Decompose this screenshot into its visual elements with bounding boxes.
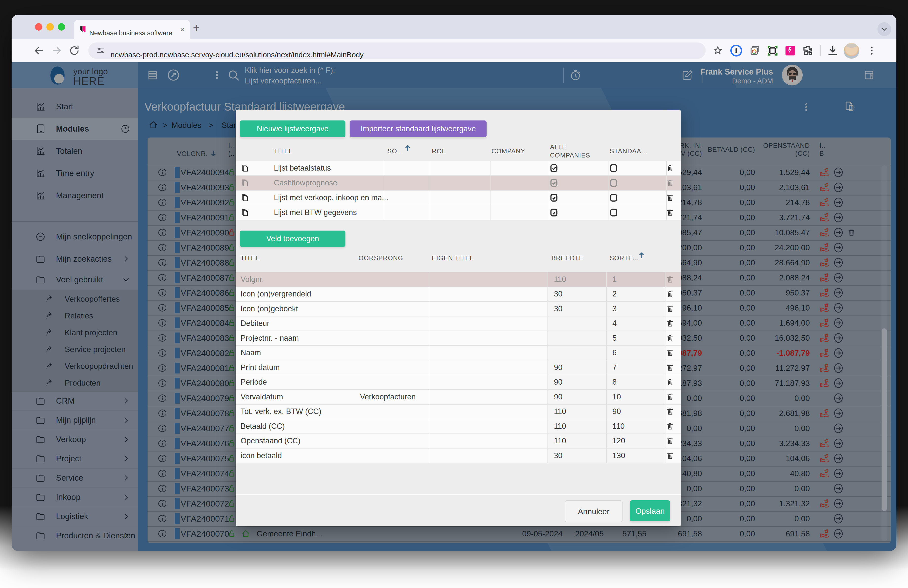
field-width: 90	[554, 393, 562, 401]
field-width: 90	[554, 363, 562, 372]
alle-companies-checkbox[interactable]	[549, 208, 559, 217]
field-row[interactable]: Volgnr.1101	[236, 272, 681, 287]
field-sort: 7	[612, 363, 617, 372]
field-title: icon betaald	[241, 451, 282, 460]
fields-col-eigen-titel[interactable]: EIGEN TITEL	[432, 254, 473, 262]
new-list-view-button[interactable]: Nieuwe lijstweergave	[240, 121, 345, 137]
standaard-checkbox[interactable]	[609, 163, 618, 173]
field-sort: 4	[612, 319, 617, 328]
field-width: 110	[554, 437, 566, 445]
delete-field-icon[interactable]	[665, 377, 675, 387]
field-width: 30	[554, 304, 562, 313]
field-row[interactable]: Projectnr. - naam5	[236, 331, 681, 346]
standaard-checkbox[interactable]	[609, 208, 618, 217]
fields-col-titel[interactable]: TITEL	[241, 254, 259, 262]
views-sort-asc-icon[interactable]	[403, 144, 412, 152]
newbase-favicon-icon	[79, 25, 87, 34]
onepassword-icon[interactable]	[729, 44, 743, 57]
views-col-titel[interactable]: TITEL	[274, 147, 293, 155]
fields-sort-asc-icon[interactable]	[638, 251, 646, 259]
minimize-window-button[interactable]	[47, 23, 54, 31]
view-row[interactable]: Cashflowprognose	[236, 176, 681, 190]
tab-search-chevron-icon[interactable]	[877, 22, 891, 36]
delete-view-icon[interactable]	[665, 163, 675, 173]
save-button[interactable]: Opslaan	[630, 500, 670, 521]
newbase-extension-icon[interactable]	[784, 44, 797, 57]
list-view-settings-modal: Nieuwe lijstweergave Importeer standaard…	[236, 110, 681, 526]
delete-field-icon[interactable]	[665, 451, 675, 461]
field-row[interactable]: Betaald (CC)110110	[236, 419, 681, 434]
field-title: Betaald (CC)	[241, 422, 285, 431]
field-row[interactable]: Openstaand (CC)110120	[236, 434, 681, 449]
delete-view-icon[interactable]	[665, 208, 675, 217]
delete-view-icon[interactable]	[665, 193, 675, 202]
close-window-button[interactable]	[35, 23, 42, 31]
views-col-so[interactable]: SO...	[387, 147, 403, 155]
delete-field-icon[interactable]	[665, 422, 675, 431]
cancel-button[interactable]: Annuleer	[565, 500, 623, 522]
zoom-window-button[interactable]	[58, 23, 65, 31]
alle-companies-checkbox[interactable]	[549, 178, 559, 188]
field-width: 110	[554, 275, 566, 284]
copy-view-icon[interactable]	[240, 207, 250, 218]
field-row[interactable]: Periode908	[236, 375, 681, 390]
add-field-button[interactable]: Veld toevoegen	[240, 230, 345, 247]
back-icon[interactable]	[33, 45, 45, 56]
delete-field-icon[interactable]	[665, 348, 675, 358]
views-col-rol[interactable]: ROL	[432, 147, 446, 155]
fields-col-oorsprong[interactable]: OORSPRONG	[359, 254, 403, 262]
alle-companies-checkbox[interactable]	[549, 163, 559, 173]
field-row[interactable]: Icon (on)vergrendeld302	[236, 287, 681, 302]
views-col-alle-companies[interactable]: ALLE COMPANIES	[550, 143, 592, 159]
copy-view-icon[interactable]	[240, 192, 250, 203]
views-col-company[interactable]: COMPANY	[491, 147, 525, 155]
view-row[interactable]: Lijst met BTW gegevens	[236, 205, 681, 220]
field-sort: 90	[612, 407, 621, 416]
delete-field-icon[interactable]	[665, 363, 675, 372]
new-tab-button[interactable]: +	[193, 21, 200, 34]
tab-title: Newbase business software	[89, 29, 172, 37]
views-col-standaard[interactable]: STANDAA...	[610, 147, 647, 155]
forward-icon[interactable]	[51, 45, 63, 56]
view-row[interactable]: Lijst betaalstatus	[236, 161, 681, 176]
alle-companies-checkbox[interactable]	[549, 193, 559, 203]
download-icon[interactable]	[826, 44, 839, 57]
browser-tab[interactable]: Newbase business software ×	[74, 20, 190, 39]
copy-view-icon[interactable]	[240, 163, 250, 174]
site-settings-icon[interactable]	[96, 46, 106, 56]
browser-menu-kebab-icon[interactable]	[866, 45, 877, 56]
delete-field-icon[interactable]	[665, 392, 675, 402]
field-row[interactable]: Print datum907	[236, 361, 681, 375]
field-width: 110	[554, 407, 566, 416]
fields-col-sorte[interactable]: SORTE...	[610, 254, 639, 262]
view-title: Lijst met verkoop, inkoop en ma...	[274, 193, 388, 202]
field-row[interactable]: Naam6	[236, 346, 681, 361]
delete-field-icon[interactable]	[665, 407, 675, 416]
screenshot-icon[interactable]	[766, 44, 779, 57]
standaard-checkbox[interactable]	[609, 178, 618, 188]
field-row[interactable]: Tot. verk. ex. BTW (CC)11090	[236, 404, 681, 419]
field-row[interactable]: icon betaald30130	[236, 448, 681, 463]
url-bar[interactable]: newbase-prod.newbase.servoy-cloud.eu/sol…	[89, 42, 706, 59]
delete-field-icon[interactable]	[665, 304, 675, 314]
field-row[interactable]: Debiteur4	[236, 316, 681, 331]
delete-field-icon[interactable]	[665, 319, 675, 328]
field-row[interactable]: VervaldatumVerkoopfacturen9010	[236, 390, 681, 404]
browser-profile-avatar[interactable]	[844, 43, 860, 59]
reload-icon[interactable]	[69, 45, 80, 56]
import-standard-view-button[interactable]: Importeer standaard lijstweergave	[350, 121, 486, 137]
standaard-checkbox[interactable]	[609, 193, 618, 203]
field-row[interactable]: Icon (on)geboekt303	[236, 302, 681, 316]
delete-view-icon[interactable]	[665, 178, 675, 188]
google-files-icon[interactable]	[749, 44, 761, 57]
copy-view-icon[interactable]	[240, 177, 250, 188]
fields-col-breedte[interactable]: BREEDTE	[551, 254, 584, 262]
extensions-puzzle-icon[interactable]	[802, 44, 814, 57]
bookmark-star-icon[interactable]	[712, 45, 723, 56]
delete-field-icon[interactable]	[665, 289, 675, 299]
view-row[interactable]: Lijst met verkoop, inkoop en ma...	[236, 190, 681, 205]
delete-field-icon[interactable]	[665, 436, 675, 446]
field-title: Debiteur	[241, 319, 269, 328]
delete-field-icon[interactable]	[665, 333, 675, 343]
delete-field-icon[interactable]	[665, 275, 675, 284]
